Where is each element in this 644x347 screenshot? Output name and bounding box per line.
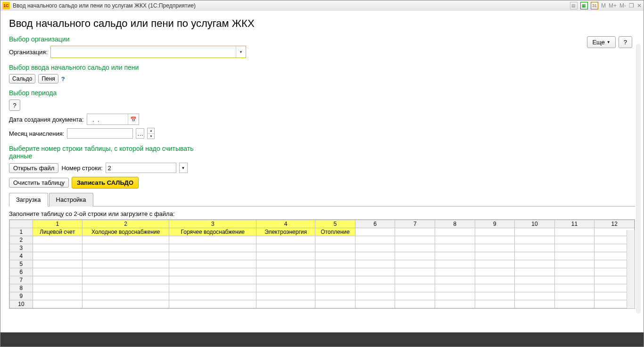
grid-cell[interactable] xyxy=(169,236,256,244)
grid-row-header[interactable]: 6 xyxy=(10,268,33,276)
grid-col-header[interactable]: 11 xyxy=(554,220,594,228)
grid-cell[interactable] xyxy=(256,236,315,244)
grid-cell[interactable] xyxy=(256,244,315,252)
grid-cell[interactable] xyxy=(475,252,515,260)
grid-col-header[interactable]: 9 xyxy=(475,220,515,228)
grid-col-header[interactable]: 10 xyxy=(515,220,555,228)
grid-cell[interactable] xyxy=(82,268,169,276)
help-button[interactable]: ? xyxy=(619,36,632,48)
grid-cell[interactable] xyxy=(355,308,395,309)
grid-cell[interactable] xyxy=(475,276,515,284)
grid-col-header[interactable]: 7 xyxy=(395,220,435,228)
grid-cell[interactable] xyxy=(355,284,395,292)
grid-cell[interactable] xyxy=(33,276,82,284)
grid-cell[interactable] xyxy=(435,236,475,244)
grid-row-header[interactable]: 11 xyxy=(10,308,33,309)
saldo-button[interactable]: Сальдо xyxy=(9,74,35,83)
grid-col-header[interactable]: 12 xyxy=(594,220,635,228)
grid-cell[interactable] xyxy=(256,268,315,276)
grid-cell[interactable] xyxy=(315,244,355,252)
grid-cell[interactable] xyxy=(355,300,395,308)
grid-cell[interactable] xyxy=(554,252,594,260)
grid-cell[interactable] xyxy=(395,300,435,308)
grid-col-header[interactable]: 5 xyxy=(315,220,355,228)
grid-cell[interactable] xyxy=(475,300,515,308)
grid-cell[interactable] xyxy=(169,260,256,268)
grid-cell[interactable] xyxy=(515,228,555,236)
grid-cell[interactable] xyxy=(169,300,256,308)
grid-row-header[interactable]: 4 xyxy=(10,252,33,260)
grid-row-header[interactable]: 8 xyxy=(10,284,33,292)
grid-cell[interactable] xyxy=(554,236,594,244)
grid-cell[interactable] xyxy=(395,236,435,244)
month-input[interactable] xyxy=(67,128,133,139)
grid-cell[interactable] xyxy=(169,308,256,309)
grid-col-header[interactable]: 1 xyxy=(33,220,82,228)
grid-cell[interactable] xyxy=(315,292,355,300)
grid-cell[interactable] xyxy=(475,284,515,292)
grid[interactable]: 1234567891011121Лицевой счетХолодное вод… xyxy=(9,219,635,309)
clear-table-button[interactable]: Очистить таблицу xyxy=(9,178,69,188)
open-file-button[interactable]: Открыть файл xyxy=(9,163,58,173)
grid-cell[interactable] xyxy=(395,308,435,309)
grid-cell[interactable] xyxy=(395,276,435,284)
grid-cell[interactable] xyxy=(515,244,555,252)
grid-col-header[interactable]: 6 xyxy=(355,220,395,228)
grid-cell[interactable] xyxy=(33,252,82,260)
grid-col-header[interactable]: 2 xyxy=(82,220,169,228)
grid-cell[interactable] xyxy=(169,268,256,276)
grid-cell[interactable] xyxy=(435,260,475,268)
grid-cell[interactable] xyxy=(475,236,515,244)
grid-cell[interactable] xyxy=(554,268,594,276)
month-spinner-up[interactable]: ▲ xyxy=(148,128,154,134)
grid-cell[interactable] xyxy=(515,276,555,284)
grid-cell[interactable]: Горячее водоснабжение xyxy=(169,228,256,236)
grid-cell[interactable] xyxy=(435,292,475,300)
grid-row-header[interactable]: 5 xyxy=(10,260,33,268)
calc-icon[interactable]: ▦ xyxy=(580,2,588,9)
grid-cell[interactable] xyxy=(315,268,355,276)
grid-cell[interactable] xyxy=(435,228,475,236)
grid-cell[interactable] xyxy=(554,300,594,308)
grid-cell[interactable] xyxy=(435,300,475,308)
grid-cell[interactable] xyxy=(355,260,395,268)
grid-cell[interactable] xyxy=(82,252,169,260)
org-input[interactable] xyxy=(51,46,236,58)
doc-date-input[interactable] xyxy=(87,114,128,124)
grid-cell[interactable] xyxy=(256,308,315,309)
grid-cell[interactable] xyxy=(256,300,315,308)
grid-cell[interactable] xyxy=(554,228,594,236)
grid-cell[interactable]: Лицевой счет xyxy=(33,228,82,236)
grid-cell[interactable] xyxy=(395,292,435,300)
grid-cell[interactable] xyxy=(435,252,475,260)
grid-cell[interactable] xyxy=(435,276,475,284)
page-scrollbar[interactable] xyxy=(636,44,641,314)
grid-cell[interactable] xyxy=(256,284,315,292)
grid-cell[interactable] xyxy=(515,260,555,268)
grid-cell[interactable] xyxy=(395,284,435,292)
grid-cell[interactable] xyxy=(315,284,355,292)
row-number-dropdown[interactable]: ▼ xyxy=(179,163,188,173)
grid-cell[interactable] xyxy=(554,284,594,292)
grid-cell[interactable] xyxy=(169,244,256,252)
grid-cell[interactable] xyxy=(515,268,555,276)
grid-cell[interactable] xyxy=(395,252,435,260)
grid-cell[interactable] xyxy=(33,284,82,292)
tab-load[interactable]: Загрузка xyxy=(9,193,48,207)
grid-cell[interactable] xyxy=(315,276,355,284)
grid-cell[interactable] xyxy=(33,236,82,244)
grid-cell[interactable] xyxy=(355,268,395,276)
grid-cell[interactable] xyxy=(82,276,169,284)
grid-cell[interactable] xyxy=(355,228,395,236)
grid-cell[interactable] xyxy=(355,276,395,284)
grid-cell[interactable] xyxy=(395,260,435,268)
grid-cell[interactable] xyxy=(435,284,475,292)
grid-cell[interactable] xyxy=(395,228,435,236)
grid-cell[interactable] xyxy=(355,252,395,260)
grid-cell[interactable] xyxy=(554,260,594,268)
grid-cell[interactable] xyxy=(355,244,395,252)
grid-cell[interactable] xyxy=(169,252,256,260)
grid-cell[interactable] xyxy=(315,252,355,260)
grid-cell[interactable] xyxy=(33,292,82,300)
grid-cell[interactable] xyxy=(435,268,475,276)
